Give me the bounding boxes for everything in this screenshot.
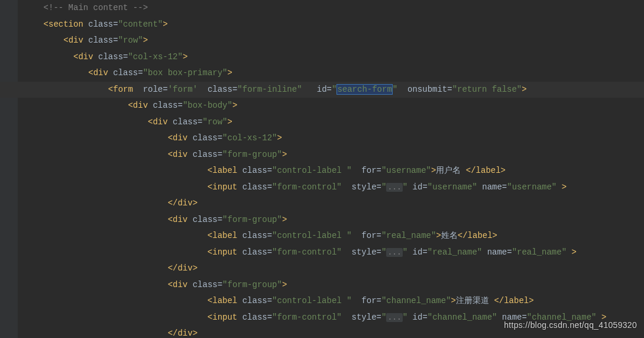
watermark: https://blog.csdn.net/qq_41059320 <box>504 317 637 334</box>
code-line[interactable]: </div> <box>24 260 644 277</box>
code-line[interactable]: <input class="form-control" style="..." … <box>24 179 644 196</box>
code-line[interactable]: <div class="row"> <box>24 114 644 131</box>
code-line[interactable]: <div class="box box-primary"> <box>24 65 644 82</box>
code-line[interactable]: <div class="form-group"> <box>24 147 644 163</box>
code-line[interactable]: <label class="control-label " for="usern… <box>24 163 644 179</box>
code-line[interactable]: <div class="row"> <box>24 33 644 49</box>
code-line[interactable]: <div class="box-body"> <box>24 98 644 114</box>
code-line[interactable]: <section class="content"> <box>24 17 644 33</box>
gutter <box>0 0 18 338</box>
code-line[interactable]: <div class="col-xs-12"> <box>24 49 644 66</box>
code-area[interactable]: <!-- Main content --> <section class="co… <box>18 0 644 338</box>
code-line[interactable]: <div class="form-group"> <box>24 212 644 228</box>
code-line[interactable]: <div class="form-group"> <box>24 277 644 294</box>
code-line[interactable]: <!-- Main content --> <box>24 0 644 17</box>
code-line[interactable]: <div class="col-xs-12"> <box>24 130 644 147</box>
code-line[interactable]: <form role='form' class="form-inline" id… <box>24 82 644 98</box>
code-line[interactable]: <label class="control-label " for="real_… <box>24 228 644 244</box>
code-line[interactable]: </div> <box>24 195 644 212</box>
code-editor[interactable]: <!-- Main content --> <section class="co… <box>0 0 644 338</box>
code-line[interactable]: <label class="control-label " for="chann… <box>24 293 644 310</box>
code-line[interactable]: <input class="form-control" style="..." … <box>24 244 644 261</box>
